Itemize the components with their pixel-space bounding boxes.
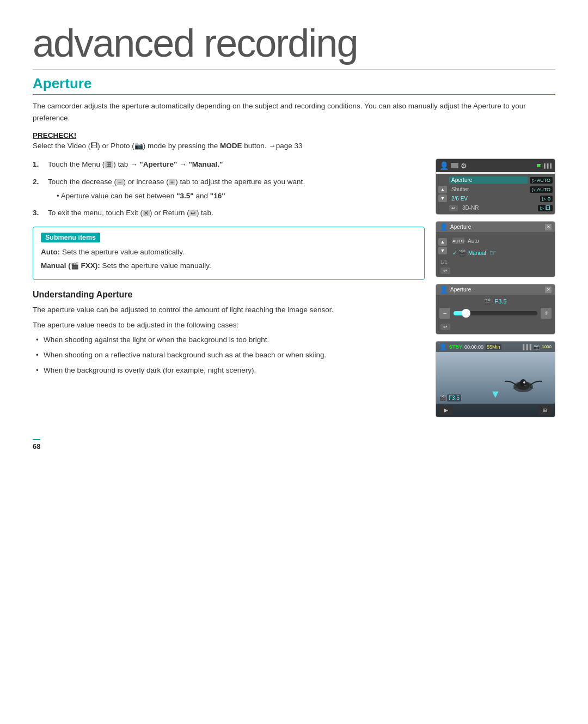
understanding-bullets: When shooting against the light or when … xyxy=(35,334,425,376)
panel4: 👤 STBY 00:00:00 55Min ▐▐▐ 📷 1000 🎬 F3.5 … xyxy=(436,341,555,417)
panel1: 👤 ⚙ ▐▐▐ ▲ ▼ Ap xyxy=(436,159,555,215)
shutter-label: Shutter xyxy=(449,186,528,193)
understanding-para1: The aperture value can be adjusted to co… xyxy=(33,304,425,316)
battery-indicator: ▐▐▐ xyxy=(521,344,531,350)
panel2-title: Aperture xyxy=(450,224,471,230)
understanding-title: Understanding Aperture xyxy=(33,290,425,300)
slider-track[interactable] xyxy=(454,311,537,315)
panel2-close[interactable]: ✕ xyxy=(545,224,552,230)
panel2-up[interactable]: ▲ xyxy=(438,238,447,246)
understanding-para2: The aperture value needs to be adjusted … xyxy=(33,319,425,331)
submenu-list: Auto: Sets the aperture value automatica… xyxy=(41,247,416,272)
menu-row-3dnr[interactable]: ↩ 3D-NR ▷ 🎞 xyxy=(449,204,553,212)
checkmark-icon: ✓ xyxy=(452,250,457,256)
bullet-1: When shooting against the light or when … xyxy=(35,334,425,346)
up-arrow[interactable]: ▲ xyxy=(438,186,447,193)
step-1-number: 1. xyxy=(33,159,44,171)
battery-area: ▐▐▐ xyxy=(537,163,552,168)
sd-indicator: 📷 xyxy=(534,344,540,350)
step-2: 2. Touch the decrease (−) or increase (+… xyxy=(33,176,425,202)
panel2-page: 1/1 xyxy=(438,258,553,266)
option-auto[interactable]: AUTO Auto xyxy=(449,236,553,245)
submenu-title: Submenu items xyxy=(41,233,100,242)
panel4-controls: ▶ ⊞ xyxy=(436,404,555,417)
intro-text: The camcorder adjusts the aperture autom… xyxy=(33,100,555,124)
panel2-header: 👤 Aperture ✕ xyxy=(436,222,555,232)
return-icon: ↩ xyxy=(449,205,458,211)
hand-pointer: ☞ xyxy=(489,248,497,257)
duration-display: 55Min xyxy=(486,344,501,350)
step-2-text: Touch the decrease (−) or increase (+) t… xyxy=(48,178,305,186)
panel3: 👤 Aperture ✕ 🎬 F3.5 − + xyxy=(436,284,555,334)
3dnr-label: 3D-NR xyxy=(460,204,536,211)
step-1-text: Touch the Menu (⊞) tab → "Aperture" → "M… xyxy=(48,160,223,168)
panel3-return[interactable]: ↩ xyxy=(440,324,450,330)
bullet-2: When shooting on a reflective natural ba… xyxy=(35,349,425,361)
panel3-header: 👤 Aperture ✕ xyxy=(436,284,555,295)
increase-btn[interactable]: + xyxy=(541,308,552,319)
precheck-text: Select the Video (🎞) or Photo (📷) mode b… xyxy=(33,142,555,150)
manual-cam-icon: 🎬 xyxy=(458,250,466,257)
panel3-close[interactable]: ✕ xyxy=(545,287,552,293)
page-number: 68 xyxy=(33,439,40,451)
aperture-label: Aperture xyxy=(449,177,528,184)
aperture-value: F3.5 xyxy=(447,394,461,401)
step-3: 3. To exit the menu, touch Exit (✕) or R… xyxy=(33,207,425,219)
ev-value: ▷ 0 xyxy=(540,196,553,202)
decrease-btn[interactable]: − xyxy=(439,308,450,319)
section-title: Aperture xyxy=(33,75,555,95)
menu-row-aperture[interactable]: Aperture ▷ AUTO xyxy=(449,176,553,184)
panel2: 👤 Aperture ✕ ▲ ▼ AUTO Auto xyxy=(436,221,555,277)
ev-label: 2/6 EV xyxy=(449,195,538,202)
menu-row-shutter[interactable]: Shutter ▷ AUTO xyxy=(449,185,553,193)
aperture-value: ▷ AUTO xyxy=(530,177,553,184)
menu-row-ev[interactable]: 2/6 EV ▷ 0 xyxy=(449,194,553,203)
svg-point-3 xyxy=(523,381,525,384)
panel3-title: Aperture xyxy=(450,287,471,293)
submenu-item-auto: Auto: Sets the aperture value automatica… xyxy=(41,247,416,258)
down-indicator: ▼ xyxy=(490,388,501,400)
settings-icon: ⚙ xyxy=(461,162,467,170)
stby-text: STBY xyxy=(449,344,462,350)
cam-mode-icon: 👤 xyxy=(439,343,447,350)
step-3-number: 3. xyxy=(33,207,44,219)
manual-label: Manual xyxy=(468,250,486,256)
bullet-3: When the background is overly dark (for … xyxy=(35,364,425,376)
option-manual[interactable]: ✓ 🎬 Manual ☞ xyxy=(449,247,553,258)
auto-label: Auto xyxy=(468,238,479,244)
down-arrow[interactable]: ▼ xyxy=(438,194,447,202)
panel4-statusbar: 👤 STBY 00:00:00 55Min ▐▐▐ 📷 1000 xyxy=(436,342,555,352)
slider-thumb[interactable] xyxy=(462,309,470,318)
auto-icon: AUTO xyxy=(452,238,464,244)
menu-icon xyxy=(451,163,458,168)
3dnr-value: ▷ 🎞 xyxy=(538,205,553,211)
step-1: 1. Touch the Menu (⊞) tab → "Aperture" →… xyxy=(33,159,425,171)
time-display: 00:00:00 xyxy=(464,344,483,350)
step-2-bullet: Aperture value can be set between "3.5" … xyxy=(57,190,305,202)
submenu-item-manual: Manual (🎬 FXX): Sets the aperture value … xyxy=(41,260,416,271)
panel2-body: ▲ ▼ AUTO Auto ✓ 🎬 Manual ☞ xyxy=(436,232,555,277)
menu-btn[interactable]: ⊞ xyxy=(538,405,552,415)
aperture-display: 🎬 F3.5 xyxy=(439,394,461,401)
submenu-box: Submenu items Auto: Sets the aperture va… xyxy=(33,227,425,281)
step-3-text: To exit the menu, touch Exit (✕) or Retu… xyxy=(48,209,213,217)
shutter-value: ▷ AUTO xyxy=(530,186,553,193)
precheck-label: PRECHECK! xyxy=(33,131,555,139)
step-2-number: 2. xyxy=(33,176,44,202)
panel1-header: 👤 ⚙ ▐▐▐ xyxy=(436,159,555,172)
bird-silhouette xyxy=(500,365,547,400)
panel2-down[interactable]: ▼ xyxy=(438,247,447,254)
cam-icon: 👤 xyxy=(439,161,449,170)
page-title: advanced recording xyxy=(33,22,555,70)
panel3-value: 🎬 F3.5 xyxy=(439,298,552,305)
panel2-cam-icon: 👤 xyxy=(439,223,448,231)
panel1-body: ▲ ▼ Aperture ▷ AUTO Shutter ▷ AUTO xyxy=(436,174,555,214)
play-btn[interactable]: ▶ xyxy=(439,405,452,415)
panel2-return[interactable]: ↩ xyxy=(440,267,450,274)
panel3-cam-icon: 👤 xyxy=(439,285,448,294)
panel3-body: 🎬 F3.5 − + ↩ xyxy=(436,295,555,334)
